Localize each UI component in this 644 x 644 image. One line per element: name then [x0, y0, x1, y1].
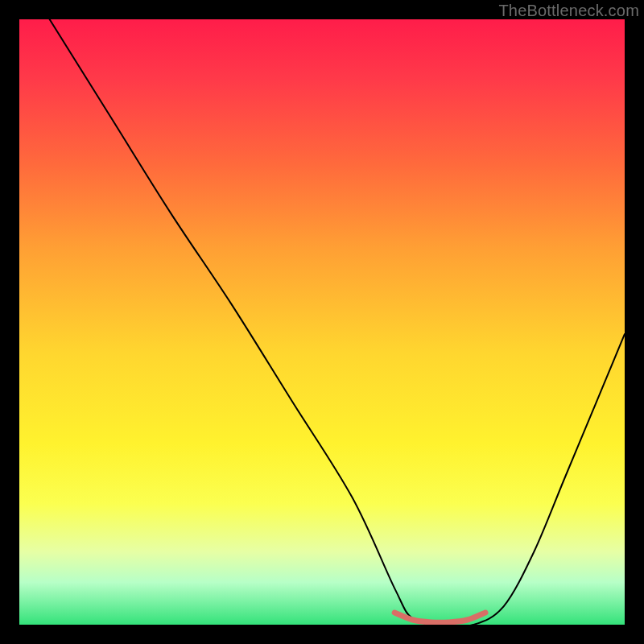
watermark-text: TheBottleneck.com	[498, 2, 639, 20]
chart-frame	[19, 19, 625, 625]
chart-svg	[19, 19, 625, 625]
bottleneck-curve	[50, 19, 625, 625]
